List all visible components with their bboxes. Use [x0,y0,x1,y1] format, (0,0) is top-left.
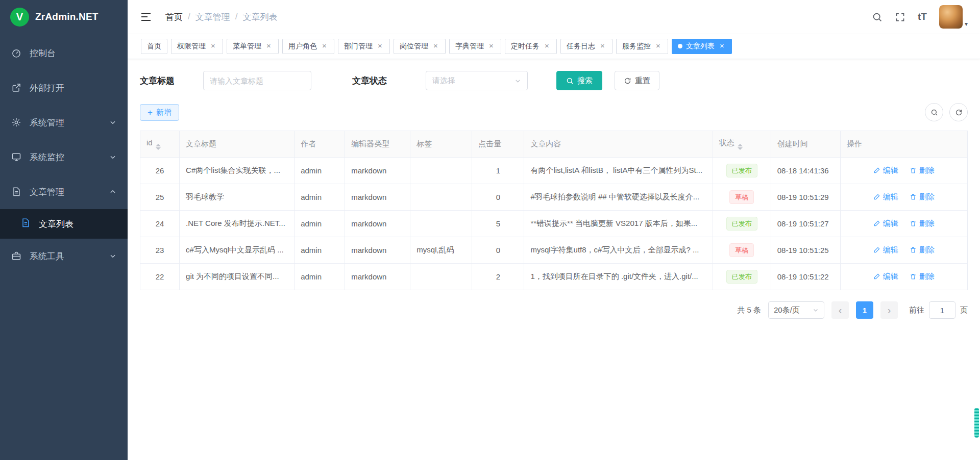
sidebar-item-article-list[interactable]: 文章列表 [0,209,128,239]
column-header-clicks: 点击量 [472,131,524,158]
breadcrumb-home[interactable]: 首页 [165,11,183,23]
chevron-down-icon [813,307,819,313]
status-filter-select[interactable]: 请选择 [426,71,528,90]
delete-link[interactable]: 删除 [910,192,935,202]
breadcrumb-article-list: 文章列表 [242,11,277,23]
sidebar-item-article-management[interactable]: 文章管理 [0,174,128,209]
edit-link[interactable]: 编辑 [873,272,898,282]
refresh-button[interactable] [949,103,968,121]
delete-link[interactable]: 删除 [910,245,935,255]
tags-bar: 首页 权限管理 × 菜单管理 × 用户角色 × 部门管理 × 岗位管理 × [128,34,980,59]
sidebar-item-system-monitor[interactable]: 系统监控 [0,140,128,174]
scrollbar-thumb[interactable] [974,408,979,438]
sidebar-toggle-icon[interactable] [140,11,152,23]
tab-label: 定时任务 [511,42,540,51]
close-icon[interactable]: × [718,42,726,50]
toggle-search-button[interactable] [925,103,943,121]
next-page-button[interactable]: › [880,301,898,319]
delete-link[interactable]: 删除 [910,272,935,282]
caret-down-icon[interactable]: ▾ [965,20,968,28]
monitor-icon [11,152,21,162]
column-header-id[interactable]: id [140,131,180,158]
search-icon[interactable] [872,12,883,22]
prev-page-button[interactable]: ‹ [831,301,849,319]
tab-label: 岗位管理 [400,42,428,51]
edit-icon [873,273,880,280]
tab-task-logs[interactable]: 任务日志 × [560,39,612,54]
close-icon[interactable]: × [265,42,273,50]
delete-link[interactable]: 删除 [910,166,935,175]
sidebar-item-label: 文章管理 [30,186,64,198]
close-icon[interactable]: × [599,42,606,50]
document-icon [11,187,21,197]
cell-status: 草稿 [713,184,771,211]
tab-home[interactable]: 首页 [141,39,167,54]
tab-dictionary[interactable]: 字典管理 × [449,39,501,54]
tab-scheduled-tasks[interactable]: 定时任务 × [505,39,557,54]
tab-department[interactable]: 部门管理 × [338,39,390,54]
close-icon[interactable]: × [209,42,217,50]
sidebar-item-external[interactable]: 外部打开 [0,70,128,105]
logo-letter: V [16,11,23,23]
jump-suffix: 页 [960,305,968,315]
cell-author: admin [295,264,345,290]
column-header-status[interactable]: 状态 [713,131,771,158]
edit-link[interactable]: 编辑 [873,192,898,202]
refresh-icon [955,109,963,116]
cell-tags [410,211,472,237]
title-filter-input[interactable] [203,71,311,90]
table-row: 24 .NET Core 发布时提示.NET... admin markdown… [140,211,968,237]
close-icon[interactable]: × [432,42,439,50]
tab-label: 字典管理 [455,42,484,51]
tab-permissions[interactable]: 权限管理 × [171,39,223,54]
sidebar-item-system-tools[interactable]: 系统工具 [0,239,128,273]
breadcrumb-separator: / [188,12,190,22]
table-row: 26 C#两个list集合实现关联，... admin markdown 1 有… [140,158,968,184]
cell-created: 08-19 10:51:29 [771,184,840,211]
sort-icon[interactable] [156,144,161,150]
page-size-select[interactable]: 20条/页 [768,301,824,319]
cell-clicks: 2 [472,264,524,290]
tab-position[interactable]: 岗位管理 × [394,39,446,54]
sidebar-menu: 控制台 外部打开 系统管理 系 [0,36,128,460]
font-size-icon[interactable]: tT [918,11,927,22]
search-button[interactable]: 搜索 [556,71,602,90]
close-icon[interactable]: × [654,42,662,50]
close-icon[interactable]: × [543,42,551,50]
close-icon[interactable]: × [487,42,495,50]
delete-link[interactable]: 删除 [910,219,935,228]
page-number-current[interactable]: 1 [856,301,873,319]
page-jump: 前往 页 [909,301,968,319]
close-icon[interactable]: × [321,42,328,50]
cell-title: C#两个list集合实现关联，... [180,158,295,184]
topbar: 首页 / 文章管理 / 文章列表 tT ▾ [128,0,980,34]
edit-link[interactable]: 编辑 [873,166,898,175]
edit-icon [873,246,880,253]
title-filter-label: 文章标题 [140,75,175,87]
reset-button[interactable]: 重置 [615,71,659,90]
tab-article-list[interactable]: 文章列表 × [672,39,732,54]
cell-id: 23 [140,237,180,264]
edit-icon [873,167,880,174]
active-dot [678,44,682,48]
page-jump-input[interactable] [929,301,955,319]
tab-service-monitor[interactable]: 服务监控 × [616,39,668,54]
app-logo[interactable]: V ZrAdmin.NET [0,0,128,34]
cell-actions: 编辑 删除 [840,237,967,264]
tab-user-roles[interactable]: 用户角色 × [282,39,334,54]
edit-link[interactable]: 编辑 [873,245,898,255]
add-button[interactable]: + 新增 [140,104,179,121]
tab-menu-management[interactable]: 菜单管理 × [227,39,279,54]
close-icon[interactable]: × [376,42,384,50]
sort-icon[interactable] [738,144,743,150]
sidebar-item-dashboard[interactable]: 控制台 [0,36,128,70]
sidebar-item-label: 系统工具 [30,250,64,262]
breadcrumb-article-management[interactable]: 文章管理 [195,11,230,23]
cell-title: git 为不同的项目设置不同... [180,264,295,290]
status-badge: 草稿 [729,190,754,204]
cell-title: .NET Core 发布时提示.NET... [180,211,295,237]
sidebar-item-system-management[interactable]: 系统管理 [0,105,128,140]
avatar[interactable] [939,5,963,29]
edit-link[interactable]: 编辑 [873,219,898,228]
fullscreen-icon[interactable] [895,12,905,22]
